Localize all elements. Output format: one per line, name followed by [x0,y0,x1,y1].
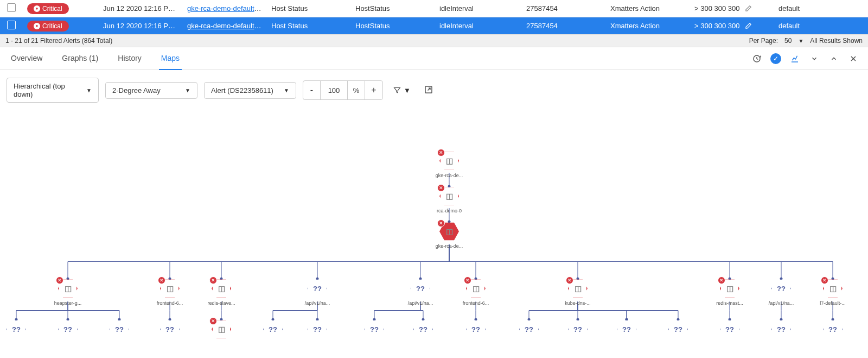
map-node[interactable]: ??fluentd-gcp [258,319,288,338]
col-default: default [774,22,858,30]
chevron-up-icon[interactable] [828,53,840,65]
col-hoststatus: HostStatus [351,22,435,30]
alert-row[interactable]: ● Critical Jun 12 2020 12:16 PM (10 mor … [0,0,868,17]
host-link[interactable]: gke-rca-demo-default-po... [187,4,267,12]
node-label: frontend-6... [155,300,184,306]
map-node[interactable]: ??/api/v1/na... [715,319,744,338]
map-node[interactable]: ??heapster [2,319,31,338]
map-node[interactable]: ??heapster-n... [53,319,82,338]
chart-icon[interactable] [789,53,801,65]
col-id: 27587454 [522,4,606,12]
alert-indicator-icon: ✕ [437,184,445,192]
zoom-unit: % [348,81,365,99]
map-node[interactable]: ◫✕redis-mast... [715,279,744,306]
node-label: gke-rca-de... [435,173,464,178]
node-label: heapster-g... [53,300,82,306]
map-node[interactable]: ◫✕redis-slave... [207,279,236,306]
popout-button[interactable] [420,81,437,99]
alert-row-selected[interactable]: ● Critical Jun 12 2020 12:16 PM (10 mor … [0,17,868,35]
alert-indicator-icon: ✕ [158,277,165,284]
map-node[interactable]: ??promethe... [409,319,438,338]
node-label: redis-mast... [715,300,744,306]
alert-indicator-icon: ✕ [464,277,471,284]
map-node[interactable]: ◫✕rca-demo-0 [435,186,464,213]
map-node[interactable]: ◫✕frontend-6... [155,279,184,306]
node-label: kube-dns-... [563,300,592,306]
map-node[interactable]: ◫✕l7-default-... [818,279,847,306]
refresh-icon[interactable] [751,53,763,65]
map-node[interactable]: ??dnsmasq [563,319,592,338]
map-node[interactable]: ◫✕heapster-g... [53,279,82,306]
topology-map[interactable]: ◫✕gke-rca-de...◫✕rca-demo-0◫✕gke-rca-de.… [0,110,868,338]
map-node[interactable]: ??php-redis [461,319,490,338]
map-node[interactable]: ◫✕slave [207,319,236,338]
status-badge: ● Critical [27,3,69,14]
time-cell: Jun 12 2020 12:16 PM (10 mor [99,4,183,12]
col-host-status: Host Status [267,4,351,12]
map-node[interactable]: ??/api/v1/na... [303,279,332,306]
filter-button[interactable]: ▼ [390,83,414,98]
tab-history[interactable]: History [116,47,144,70]
map-node[interactable]: ??/api/v1/na... [767,279,796,306]
status-badge: ● Critical [27,21,69,32]
per-page-caret-icon[interactable]: ▼ [798,38,803,44]
map-node[interactable]: ??kube-proxy [767,319,796,338]
map-node[interactable]: ??kubedns [514,319,544,338]
node-label: /api/v1/na... [406,300,435,306]
alert-indicator-icon: ✕ [209,317,217,325]
status-bar: 1 - 21 of 21 Filtered Alerts (864 Total)… [0,35,868,47]
tab-overview[interactable]: Overview [9,47,44,70]
per-page-label: Per Page: [749,37,778,45]
node-label: /api/v1/na... [767,300,796,306]
zoom-in-button[interactable]: + [365,81,382,99]
chevron-down-icon[interactable] [808,53,820,65]
alert-indicator-icon: ✕ [209,277,217,284]
col-idle: idleInterval [435,4,522,12]
zoom-control: - 100 % + [303,80,383,100]
alert-indicator-icon: ✕ [437,219,445,227]
map-node[interactable]: ◫✕gke-rca-de... [435,222,464,249]
close-icon[interactable] [847,53,859,65]
zoom-value[interactable]: 100 [321,81,348,99]
map-node[interactable]: ??promethe... [360,319,389,338]
alert-indicator-icon: ✕ [566,277,573,284]
map-node[interactable]: ◫✕gke-rca-de... [435,151,464,178]
alert-dropdown[interactable]: Alert (DS22358611)▼ [204,82,296,99]
pencil-icon[interactable] [744,22,752,30]
col-host-status: Host Status [267,22,351,30]
host-link[interactable]: gke-rca-demo-default-po... [187,22,267,30]
col-hoststatus: HostStatus [351,4,435,12]
map-node[interactable]: ??prom-to-sd [105,319,134,338]
map-node[interactable]: ??/api/v1/na... [406,279,435,306]
map-toolbar: Hierarchical (top down)▼ 2-Degree Away▼ … [0,70,868,110]
layout-dropdown[interactable]: Hierarchical (top down)▼ [7,78,99,103]
row-checkbox[interactable] [7,3,16,12]
map-node[interactable]: ??promethe... [663,319,693,338]
check-icon[interactable]: ✓ [770,53,781,64]
filter-count: 1 - 21 of 21 Filtered Alerts (864 Total) [5,37,112,45]
pencil-icon[interactable] [744,5,752,12]
node-label: redis-slave... [207,300,236,306]
col-action: Xmatters Action [606,22,690,30]
col-idle: idleInterval [435,22,522,30]
node-label: gke-rca-de... [435,243,464,249]
map-node[interactable]: ??default-htt... [818,319,847,338]
map-node[interactable]: ◫✕kube-dns-... [563,279,592,306]
degree-dropdown[interactable]: 2-Degree Away▼ [105,82,197,99]
col-id: 27587454 [522,22,606,30]
row-checkbox[interactable] [7,21,16,29]
node-label: /api/v1/na... [303,300,332,306]
map-node[interactable]: ??php-redis [155,319,184,338]
per-page-value[interactable]: 50 [784,37,792,45]
map-node[interactable]: ??sidecar [612,319,641,338]
tab-bar: Overview Graphs (1) History Maps ✓ [0,47,868,70]
alert-indicator-icon: ✕ [718,277,725,284]
zoom-out-button[interactable]: - [303,81,321,99]
alert-indicator-icon: ✕ [56,277,63,284]
tab-graphs[interactable]: Graphs (1) [60,47,100,70]
tab-maps[interactable]: Maps [159,47,182,70]
map-node[interactable]: ??promethe... [303,319,332,338]
critical-icon: ● [34,23,40,29]
col-threshold: > 300 300 300 [690,4,774,12]
map-node[interactable]: ◫✕frontend-6... [461,279,490,306]
